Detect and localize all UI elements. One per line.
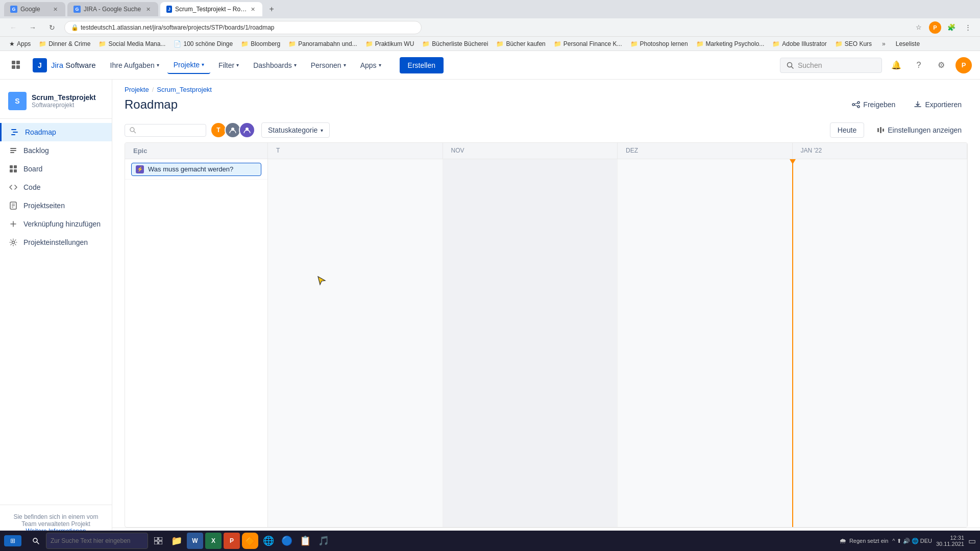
sidebar-item-roadmap[interactable]: Roadmap [0,123,112,141]
jira-logo[interactable]: J Jira Software [33,58,96,72]
board-icon [8,164,18,174]
roadmap-search[interactable] [125,124,206,137]
user-avatar[interactable]: P [955,57,972,73]
browser-menu[interactable]: ⋮ [962,21,974,34]
grid-menu-button[interactable] [8,57,24,73]
roadmap-body: ⚡ Was muss gemacht werden? [125,159,967,527]
bookmarks-more-button[interactable]: » [879,39,889,48]
create-button[interactable]: Erstellen [400,57,444,73]
blue-app-icon[interactable]: 🔵 [279,533,295,549]
clipboard-icon[interactable]: 📋 [297,533,313,549]
sidebar-item-board[interactable]: Board [0,160,112,178]
nav-dashboards-chevron: ▾ [294,62,297,68]
bookmark-panorama[interactable]: 📁 Panoramabahn und... [285,39,360,48]
bookmark-buecher[interactable]: 📁 Bücher kaufen [493,39,548,48]
excel-icon[interactable]: X [205,533,222,549]
tab2-close[interactable]: ✕ [144,5,152,13]
bookmark-100dinge[interactable]: 📄 100 schöne Dinge [170,39,236,48]
roadmap-search-input[interactable] [139,127,190,134]
weather-icon[interactable]: 🌧 [839,537,846,545]
gantt-col-dez [618,159,793,527]
bookmark-adobe[interactable]: 📁 Adobe Illustrator [769,39,829,48]
nav-filter[interactable]: Filter ▾ [212,57,245,73]
breadcrumb-projekte[interactable]: Projekte [125,86,149,93]
bookmark-star[interactable]: ☆ [913,21,925,34]
search-box[interactable]: Suchen [780,58,882,73]
profile-icon[interactable]: P [929,21,941,34]
epic-item-label: Was muss gemacht werden? [148,165,233,173]
browser-tab-1[interactable]: G Google ✕ [4,2,65,16]
bookmark-praktikum[interactable]: 📁 Praktikum WU [362,39,418,48]
orange-app-icon[interactable]: 🔶 [242,533,258,549]
settings-view-button[interactable]: Einstellungen anzeigen [870,123,968,137]
bookmark-buecherliste[interactable]: 📁 Bücherliste Bücherei [419,39,491,48]
tab3-close[interactable]: ✕ [250,5,256,13]
sidebar-item-projekteinstellungen[interactable]: Projekteinstellungen [0,233,112,252]
heute-button[interactable]: Heute [830,122,864,138]
nav-personen[interactable]: Personen ▾ [305,57,352,73]
sidebar-item-projektseiten[interactable]: Projektseiten [0,196,112,215]
word-icon[interactable]: W [187,533,203,549]
sidebar-item-projekteinstellungen-label: Projekteinstellungen [23,238,88,246]
taskbar-search-input[interactable] [46,533,148,549]
finance-label: Personal Finance K... [564,40,622,47]
browser-tab-3[interactable]: J Scrum_Testprojekt – Roadmap ... ✕ [160,2,262,16]
back-button[interactable]: ← [6,20,20,35]
bookmark-marketing[interactable]: 📁 Marketing Psycholo... [693,39,768,48]
project-info: Scrum_Testprojekt Softwareprojekt [32,93,96,109]
notifications-bell[interactable]: 🔔 [888,57,904,73]
projekteinstellungen-icon [8,237,18,247]
export-button[interactable]: Exportieren [908,97,968,112]
bookmark-dinner[interactable]: 📁 Dinner & Crime [36,39,93,48]
show-desktop[interactable]: ▭ [968,536,976,546]
status-category-dropdown[interactable]: Statuskategorie ▾ [261,122,330,138]
powerpoint-icon[interactable]: P [224,533,240,549]
chrome-icon[interactable]: 🌐 [260,533,277,549]
new-tab-button[interactable]: + [264,2,279,16]
sidebar-footer-text: Sie befinden sich in einem vom Team verw… [8,513,104,528]
nav-dashboards[interactable]: Dashboards ▾ [247,57,303,73]
svg-rect-12 [10,165,13,168]
read-later[interactable]: Leseliste [893,39,923,48]
breadcrumb: Projekte / Scrum_Testprojekt [112,80,980,95]
svg-rect-14 [10,169,13,172]
nav-aufgaben[interactable]: Ihre Aufgaben ▾ [104,57,165,73]
sidebar-item-code[interactable]: Code [0,178,112,196]
share-button[interactable]: Freigeben [846,97,901,112]
bookmark-finance[interactable]: 📁 Personal Finance K... [551,39,625,48]
bookmark-apps[interactable]: ★ Apps [6,39,34,48]
bookmark-bloomberg[interactable]: 📁 Bloomberg [238,39,283,48]
sidebar-item-backlog[interactable]: Backlog [0,141,112,160]
system-clock[interactable]: 12:31 30.11.2021 [936,535,964,547]
tab1-close[interactable]: ✕ [51,5,59,13]
reload-button[interactable]: ↻ [45,20,59,35]
backlog-icon [8,145,18,156]
bookmark-social[interactable]: 📁 Social Media Mana... [95,39,168,48]
sidebar-item-verknuepfung[interactable]: Verknüpfung hinzufügen [0,215,112,233]
search-taskbar[interactable] [28,533,44,549]
avatar-purple[interactable] [239,122,255,138]
top-navigation: J Jira Software Ihre Aufgaben ▾ Projekte… [0,51,980,80]
page-actions: Freigeben Exportieren [846,97,968,112]
svg-rect-9 [10,148,16,149]
system-tray-icons: 🌧 Regen setzt ein [839,537,888,545]
epic-item-1[interactable]: ⚡ Was muss gemacht werden? [131,163,261,176]
nav-apps[interactable]: Apps ▾ [354,57,387,73]
help-icon[interactable]: ? [911,57,927,73]
nav-projekte[interactable]: Projekte ▾ [167,57,210,74]
extensions-icon[interactable]: 🧩 [945,21,958,34]
start-button[interactable]: ⊞ [4,535,21,546]
bookmark-photoshop[interactable]: 📁 Photoshop lernen [627,39,691,48]
top-nav-right: Suchen 🔔 ? ⚙ P [780,57,972,73]
browser-tab-2[interactable]: G JIRA - Google Suche ✕ [67,2,158,16]
social-icon: 📁 [99,40,106,47]
svg-rect-6 [11,129,16,130]
settings-icon[interactable]: ⚙ [933,57,949,73]
spotify-icon[interactable]: 🎵 [315,533,332,549]
breadcrumb-scrum[interactable]: Scrum_Testprojekt [157,86,212,93]
forward-button[interactable]: → [26,20,40,35]
taskview-icon[interactable] [150,533,166,549]
bookmark-seo[interactable]: 📁 SEO Kurs [832,39,875,48]
url-bar[interactable]: 🔒 testdeutsch1.atlassian.net/jira/softwa… [64,21,422,34]
folder-icon[interactable]: 📁 [168,533,185,549]
